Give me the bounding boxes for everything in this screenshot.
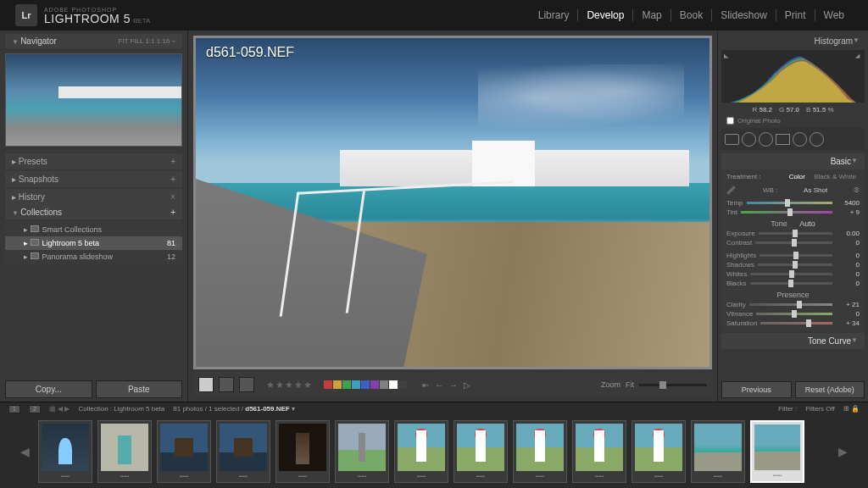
module-print[interactable]: Print (776, 9, 815, 21)
saturation-slider[interactable] (760, 322, 832, 324)
navigator-zoom-opts[interactable]: FIT FILL 1:1 1:16 ÷ (118, 37, 175, 45)
secondary-display-icon[interactable]: 2 (29, 405, 41, 413)
zoom-fit[interactable]: Fit (626, 380, 634, 389)
image-filename: d561-059.NEF (206, 45, 294, 60)
view-mode-icon[interactable] (198, 377, 214, 392)
exposure-slider[interactable] (759, 232, 832, 235)
presets-panel[interactable]: ▸ Presets+ (5, 153, 182, 169)
status-info: 81 photos / 1 selected / d561-059.NEF ▾ (173, 405, 295, 413)
spot-icon[interactable] (742, 132, 756, 147)
original-photo-label: Original Photo (737, 117, 781, 125)
filmstrip-thumb[interactable]: ••••• (275, 420, 330, 483)
treatment-color[interactable]: Color (786, 173, 809, 180)
zoom-slider[interactable] (639, 384, 707, 386)
right-panel: Histogram ▼ ◣ ◢ R 58.2 G 57.0 B 51.5 % O… (717, 30, 868, 402)
module-book[interactable]: Book (671, 9, 712, 21)
left-panel: ▼ Navigator FIT FILL 1:1 1:16 ÷ ▸ Preset… (0, 30, 188, 402)
auto-tone-button[interactable]: Auto (799, 219, 815, 228)
original-photo-check[interactable] (726, 117, 734, 125)
back-icon: ← (433, 380, 445, 390)
module-library[interactable]: Library (530, 9, 579, 21)
tint-slider[interactable] (741, 211, 832, 214)
filmstrip-thumb[interactable]: ••••• (572, 420, 626, 483)
snapshots-panel[interactable]: ▸ Snapshots+ (5, 171, 182, 187)
color-swatch[interactable] (342, 380, 351, 389)
collection-item[interactable]: ▸ Panorama slideshow12 (5, 250, 182, 263)
zoom-label: Zoom (601, 380, 620, 389)
filmstrip-thumb[interactable]: ••••• (97, 420, 152, 483)
previous-button[interactable]: Previous (721, 381, 792, 398)
filter-label: Filter : (778, 405, 797, 413)
filmstrip-thumb[interactable]: ••••• (394, 420, 448, 483)
module-web[interactable]: Web (815, 9, 853, 21)
clarity-slider[interactable] (749, 303, 832, 306)
center-panel: d561-059.NEF ★★★★★ ⇤←→▷ Zoom Fit (188, 30, 717, 402)
redeye-icon[interactable] (759, 132, 773, 147)
radial-icon[interactable] (793, 132, 807, 147)
grad-icon[interactable] (776, 134, 790, 145)
color-swatch[interactable] (380, 380, 388, 389)
histogram-title[interactable]: Histogram (815, 36, 854, 46)
highlights-slider[interactable] (760, 254, 832, 257)
filmstrip-thumb[interactable]: ••••• (691, 420, 745, 483)
image-canvas[interactable]: d561-059.NEF (193, 36, 712, 369)
paste-button[interactable]: Paste (96, 380, 183, 398)
nav-arrows[interactable]: ⇤←→▷ (420, 380, 472, 390)
tonecurve-header[interactable]: Tone Curve ▼ (721, 333, 865, 349)
filmstrip-thumb[interactable]: ••••• (632, 420, 686, 483)
collection-item[interactable]: ▸ Lightroom 5 beta81 (5, 236, 182, 250)
filter-lock-icon[interactable]: ⊞ 🔒 (843, 405, 860, 413)
highlight-clip-icon[interactable]: ◢ (855, 53, 862, 59)
module-develop[interactable]: Develop (578, 9, 633, 21)
crop-icon[interactable] (725, 134, 739, 145)
status-bar: 1 2 ▦ ◀ ▶ Collection : Lightroom 5 beta … (0, 402, 868, 415)
brush-icon[interactable] (810, 132, 824, 147)
vibrance-slider[interactable] (756, 313, 832, 315)
shadow-clip-icon[interactable]: ◣ (724, 53, 731, 59)
module-slideshow[interactable]: Slideshow (712, 9, 776, 21)
wb-value[interactable]: As Shot (804, 186, 827, 194)
reset-button[interactable]: Reset (Adobe) (795, 381, 865, 398)
color-swatch[interactable] (370, 380, 379, 389)
color-swatch[interactable] (333, 380, 342, 389)
history-panel[interactable]: ▸ History× (5, 189, 182, 205)
filmstrip-thumb[interactable]: ••••• (335, 420, 389, 483)
treatment-bw[interactable]: Black & White (810, 173, 860, 180)
top-bar: Lr ADOBE PHOTOSHOP LIGHTROOM 5BETA Libra… (0, 0, 868, 30)
color-swatch[interactable] (389, 380, 398, 389)
develop-tools (721, 128, 865, 150)
filmstrip-thumb[interactable]: ••••• (216, 420, 270, 483)
collection-item[interactable]: ▸ Smart Collections (5, 223, 182, 236)
filmstrip-thumb[interactable]: ••••• (157, 420, 211, 483)
blacks-slider[interactable] (750, 282, 832, 285)
histogram[interactable]: ◣ ◢ (721, 50, 865, 103)
color-swatch[interactable] (398, 380, 407, 389)
wb-eyedropper-icon[interactable] (726, 185, 737, 195)
filters-off[interactable]: Filters Off (805, 405, 835, 413)
color-swatch[interactable] (324, 380, 332, 389)
color-swatch[interactable] (352, 380, 360, 389)
module-map[interactable]: Map (633, 9, 670, 21)
navigator-preview[interactable] (5, 53, 182, 147)
filmstrip-left-icon[interactable]: ◀ (17, 445, 33, 458)
collections-panel[interactable]: ▼ Collections+ (5, 205, 182, 219)
filmstrip-thumb[interactable]: ••••• (38, 420, 92, 483)
filmstrip-thumb[interactable]: ••••• (453, 420, 508, 483)
filmstrip-thumb[interactable]: ••••• (513, 420, 567, 483)
navigator-header[interactable]: ▼ Navigator FIT FILL 1:1 1:16 ÷ (5, 34, 182, 48)
color-swatch[interactable] (361, 380, 370, 389)
copy-button[interactable]: Copy... (5, 380, 92, 398)
shadows-slider[interactable] (758, 263, 832, 266)
filmstrip-thumb[interactable]: ••••• (750, 420, 804, 483)
compare-icon[interactable] (219, 377, 234, 392)
temp-slider[interactable] (747, 202, 832, 204)
contrast-slider[interactable] (755, 241, 832, 244)
color-labels[interactable] (324, 380, 407, 389)
survey-icon[interactable] (239, 377, 254, 392)
rating-stars[interactable]: ★★★★★ (266, 380, 312, 391)
basic-header[interactable]: Basic ▼ (721, 153, 865, 169)
play-icon: ▷ (462, 380, 472, 390)
whites-slider[interactable] (750, 273, 832, 275)
primary-display-icon[interactable]: 1 (8, 405, 20, 413)
filmstrip-right-icon[interactable]: ▶ (835, 445, 851, 458)
